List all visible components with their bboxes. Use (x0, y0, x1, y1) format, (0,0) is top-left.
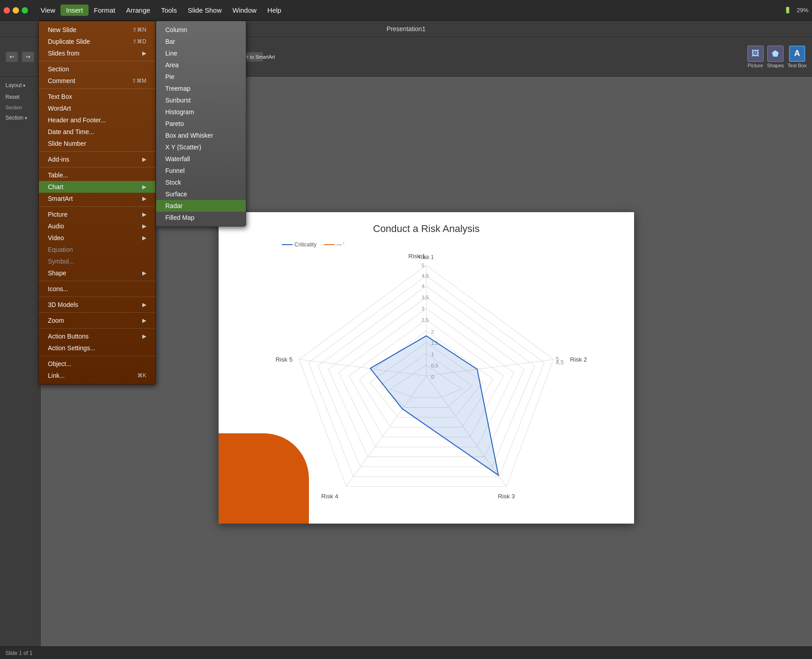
menu-sep-6 (39, 281, 155, 281)
svg-text:Risk 3: Risk 3 (498, 493, 515, 500)
chart-filled-map[interactable]: Filled Map (156, 212, 246, 223)
slide-title: Conduct a Risk Analysis (219, 223, 634, 235)
chart-funnel[interactable]: Funnel (156, 165, 246, 176)
menu-date-time[interactable]: Date and Time... (39, 126, 155, 138)
chart-pareto[interactable]: Pareto (156, 118, 246, 130)
chart-surface[interactable]: Surface (156, 188, 246, 200)
svg-text:Risk 5: Risk 5 (275, 356, 293, 363)
undo-button[interactable]: ↩ (5, 51, 18, 62)
menu-window[interactable]: Window (227, 5, 262, 16)
menu-picture[interactable]: Picture ▶ (39, 209, 155, 220)
insert-menu-dropdown: New Slide ⇧⌘N Duplicate Slide ⇧⌘D Slides… (38, 21, 156, 385)
zoom-arrow: ▶ (142, 317, 146, 324)
menu-audio[interactable]: Audio ▶ (39, 220, 155, 232)
picture-insert-button[interactable]: 🖼 Picture (747, 46, 764, 68)
menu-view[interactable]: View (35, 5, 61, 16)
picture-arrow: ▶ (142, 211, 146, 218)
3d-models-arrow: ▶ (142, 302, 146, 308)
action-buttons-arrow: ▶ (142, 333, 146, 339)
chart-waterfall[interactable]: Waterfall (156, 153, 246, 165)
menu-table[interactable]: Table... (39, 169, 155, 181)
legend-series2-line (324, 244, 335, 245)
section-label: Section (2, 104, 38, 111)
svg-text:2: 2 (431, 329, 434, 334)
menu-add-ins[interactable]: Add-ins ▶ (39, 153, 155, 165)
legend-series2-label: — ' (336, 241, 345, 248)
menu-sep-9 (39, 328, 155, 329)
redo-button[interactable]: ↪ (22, 51, 34, 62)
menu-object[interactable]: Object... (39, 358, 155, 370)
battery-icon: 🔋 (784, 7, 791, 14)
menu-video[interactable]: Video ▶ (39, 232, 155, 244)
chart-sunburst[interactable]: Sunburst (156, 94, 246, 106)
legend-criticality: Criticality (282, 241, 317, 248)
menu-icons[interactable]: Icons... (39, 283, 155, 295)
chart-box-whisker[interactable]: Box and Whisker (156, 130, 246, 141)
menu-zoom[interactable]: Zoom ▶ (39, 315, 155, 326)
reset-button[interactable]: Reset (2, 92, 38, 102)
chart-bar[interactable]: Bar (156, 36, 246, 47)
chart-treemap[interactable]: Treemap (156, 83, 246, 94)
chart-line[interactable]: Line (156, 47, 246, 59)
svg-text:5: 5 (422, 263, 425, 268)
section-dropdown[interactable]: Section ▾ (2, 113, 38, 123)
chart-area[interactable]: Area (156, 59, 246, 71)
chart-submenu-dropdown: Column Bar Line Area Pie Treemap Sunburs… (156, 21, 246, 227)
legend-series2: — ' (324, 241, 345, 248)
statusbar: Slide 1 of 1 (0, 646, 812, 659)
menu-header-footer[interactable]: Header and Footer... (39, 114, 155, 126)
maximize-window-button[interactable] (22, 7, 28, 14)
slide-canvas[interactable]: Conduct a Risk Analysis Criticality — ' … (219, 212, 634, 524)
chart-xy-scatter[interactable]: X Y (Scatter) (156, 141, 246, 153)
menu-3d-models[interactable]: 3D Models ▶ (39, 299, 155, 311)
audio-arrow: ▶ (142, 223, 146, 229)
menu-smartart[interactable]: SmartArt ▶ (39, 193, 155, 204)
duplicate-slide-shortcut: ⇧⌘D (132, 38, 146, 45)
chart-pie[interactable]: Pie (156, 71, 246, 83)
menu-insert[interactable]: Insert (61, 5, 89, 16)
radar-chart-svg: 5 4,5 2 1,5 1 0,5 0 5 4,5 4 3,5 3 2,5 (237, 237, 616, 510)
menu-link[interactable]: Link... ⌘K (39, 370, 155, 381)
comment-shortcut: ⇧⌘M (132, 78, 146, 84)
legend-criticality-line (282, 244, 293, 245)
svg-text:Risk 2: Risk 2 (570, 356, 587, 363)
menu-sep-8 (39, 312, 155, 313)
menu-textbox[interactable]: Text Box (39, 91, 155, 102)
close-window-button[interactable] (4, 7, 10, 14)
svg-text:3: 3 (422, 306, 425, 311)
chart-stock[interactable]: Stock (156, 176, 246, 188)
chart-radar[interactable]: Radar (156, 200, 246, 212)
menu-help[interactable]: Help (262, 5, 287, 16)
menu-slide-number[interactable]: Slide Number (39, 138, 155, 149)
shapes-insert-button[interactable]: ⬟ Shapes (767, 46, 784, 68)
menu-section[interactable]: Section (39, 63, 155, 75)
layout-button[interactable]: Layout ▾ (2, 80, 38, 90)
svg-text:2,5: 2,5 (422, 317, 429, 323)
menu-shape[interactable]: Shape ▶ (39, 267, 155, 279)
menu-action-settings[interactable]: Action Settings... (39, 342, 155, 354)
svg-text:Risk 4: Risk 4 (321, 493, 338, 500)
menu-sep-1 (39, 61, 155, 61)
menu-wordart[interactable]: WordArt (39, 102, 155, 114)
menu-chart[interactable]: Chart ▶ (39, 181, 155, 193)
chart-histogram[interactable]: Histogram (156, 106, 246, 118)
presentation-title: Presentation1 (387, 25, 425, 32)
chart-column[interactable]: Column (156, 24, 246, 36)
menu-sep-3 (39, 151, 155, 152)
menu-slides-from[interactable]: Slides from ▶ (39, 47, 155, 59)
textbox-insert-button[interactable]: A Text Box (788, 46, 807, 68)
svg-text:4,5: 4,5 (422, 273, 429, 278)
menu-comment[interactable]: Comment ⇧⌘M (39, 75, 155, 87)
menu-format[interactable]: Format (89, 5, 121, 16)
menu-sep-2 (39, 88, 155, 89)
menu-action-buttons[interactable]: Action Buttons ▶ (39, 330, 155, 342)
menu-new-slide[interactable]: New Slide ⇧⌘N (39, 24, 155, 36)
menu-equation: Equation (39, 244, 155, 255)
menubar: View Insert Format Arrange Tools Slide S… (0, 0, 812, 21)
chart-legend: Criticality — ' (282, 241, 344, 248)
menu-arrange[interactable]: Arrange (121, 5, 155, 16)
menu-tools[interactable]: Tools (156, 5, 182, 16)
menu-duplicate-slide[interactable]: Duplicate Slide ⇧⌘D (39, 36, 155, 47)
menu-slideshow[interactable]: Slide Show (182, 5, 227, 16)
minimize-window-button[interactable] (13, 7, 19, 14)
